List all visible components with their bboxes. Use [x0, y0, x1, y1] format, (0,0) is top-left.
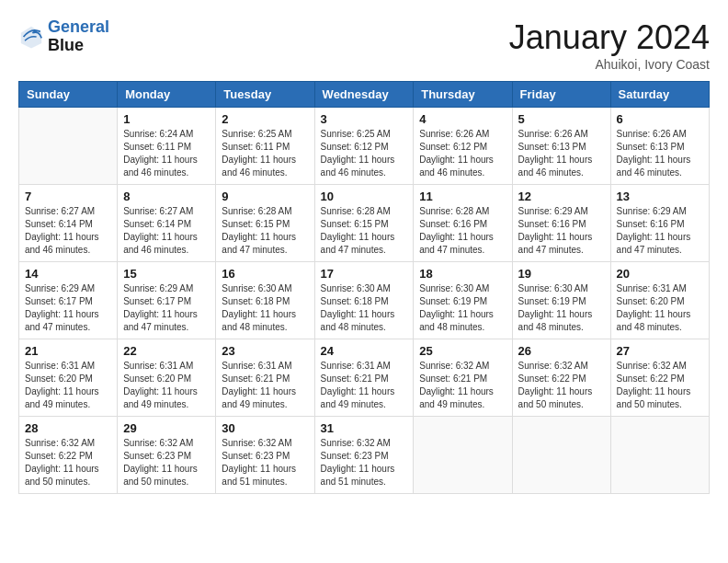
- calendar-cell: 27Sunrise: 6:32 AMSunset: 6:22 PMDayligh…: [610, 339, 709, 417]
- day-number: 7: [25, 190, 111, 203]
- day-info: Sunrise: 6:30 AMSunset: 6:18 PMDaylight:…: [321, 282, 408, 334]
- day-number: 24: [321, 344, 408, 358]
- day-number: 26: [518, 344, 605, 358]
- calendar-cell: 3Sunrise: 6:25 AMSunset: 6:12 PMDaylight…: [314, 108, 414, 185]
- calendar-cell: 21Sunrise: 6:31 AMSunset: 6:20 PMDayligh…: [19, 339, 118, 417]
- week-row-2: 7Sunrise: 6:27 AMSunset: 6:14 PMDaylight…: [19, 185, 710, 262]
- day-number: 1: [123, 112, 210, 126]
- day-info: Sunrise: 6:32 AMSunset: 6:23 PMDaylight:…: [222, 437, 308, 488]
- day-number: 20: [617, 267, 703, 281]
- day-number: 11: [419, 190, 506, 203]
- day-number: 2: [222, 112, 308, 126]
- day-number: 19: [518, 267, 605, 281]
- day-info: Sunrise: 6:26 AMSunset: 6:12 PMDaylight:…: [419, 128, 506, 179]
- calendar-cell: 16Sunrise: 6:30 AMSunset: 6:18 PMDayligh…: [216, 262, 314, 339]
- day-number: 8: [123, 190, 210, 203]
- day-number: 12: [518, 190, 605, 203]
- calendar-cell: [19, 108, 118, 185]
- day-number: 23: [222, 344, 308, 358]
- day-number: 10: [321, 190, 408, 203]
- day-info: Sunrise: 6:31 AMSunset: 6:21 PMDaylight:…: [321, 360, 408, 411]
- day-info: Sunrise: 6:32 AMSunset: 6:22 PMDaylight:…: [617, 360, 703, 411]
- calendar-cell: 20Sunrise: 6:31 AMSunset: 6:20 PMDayligh…: [610, 262, 709, 339]
- day-info: Sunrise: 6:28 AMSunset: 6:16 PMDaylight:…: [419, 205, 506, 257]
- day-info: Sunrise: 6:29 AMSunset: 6:17 PMDaylight:…: [123, 282, 210, 334]
- calendar-cell: 2Sunrise: 6:25 AMSunset: 6:11 PMDaylight…: [216, 108, 314, 185]
- day-info: Sunrise: 6:26 AMSunset: 6:13 PMDaylight:…: [617, 128, 703, 179]
- calendar-cell: 4Sunrise: 6:26 AMSunset: 6:12 PMDaylight…: [414, 108, 512, 185]
- day-info: Sunrise: 6:32 AMSunset: 6:23 PMDaylight:…: [123, 437, 210, 488]
- day-info: Sunrise: 6:32 AMSunset: 6:23 PMDaylight:…: [321, 437, 408, 488]
- calendar-cell: 10Sunrise: 6:28 AMSunset: 6:15 PMDayligh…: [314, 185, 414, 262]
- title-block: January 2024 Ahuikoi, Ivory Coast: [509, 18, 710, 72]
- calendar-cell: [610, 417, 709, 494]
- day-number: 30: [222, 421, 308, 435]
- calendar-cell: 26Sunrise: 6:32 AMSunset: 6:22 PMDayligh…: [512, 339, 610, 417]
- weekday-header-sunday: Sunday: [19, 82, 118, 108]
- logo: General Blue: [18, 18, 109, 55]
- weekday-header-row: SundayMondayTuesdayWednesdayThursdayFrid…: [19, 82, 710, 108]
- calendar-cell: 31Sunrise: 6:32 AMSunset: 6:23 PMDayligh…: [314, 417, 414, 494]
- weekday-header-monday: Monday: [118, 82, 216, 108]
- day-info: Sunrise: 6:25 AMSunset: 6:12 PMDaylight:…: [321, 128, 408, 179]
- day-number: 4: [419, 112, 506, 126]
- calendar-cell: 23Sunrise: 6:31 AMSunset: 6:21 PMDayligh…: [216, 339, 314, 417]
- day-info: Sunrise: 6:24 AMSunset: 6:11 PMDaylight:…: [123, 128, 210, 179]
- day-number: 21: [25, 344, 111, 358]
- calendar-cell: 17Sunrise: 6:30 AMSunset: 6:18 PMDayligh…: [314, 262, 414, 339]
- day-number: 6: [617, 112, 703, 126]
- calendar-cell: 7Sunrise: 6:27 AMSunset: 6:14 PMDaylight…: [19, 185, 118, 262]
- day-number: 25: [419, 344, 506, 358]
- week-row-3: 14Sunrise: 6:29 AMSunset: 6:17 PMDayligh…: [19, 262, 710, 339]
- day-number: 18: [419, 267, 506, 281]
- calendar-cell: 25Sunrise: 6:32 AMSunset: 6:21 PMDayligh…: [414, 339, 512, 417]
- day-info: Sunrise: 6:30 AMSunset: 6:19 PMDaylight:…: [419, 282, 506, 334]
- day-info: Sunrise: 6:31 AMSunset: 6:20 PMDaylight:…: [25, 360, 111, 411]
- day-info: Sunrise: 6:28 AMSunset: 6:15 PMDaylight:…: [321, 205, 408, 257]
- day-info: Sunrise: 6:32 AMSunset: 6:22 PMDaylight:…: [518, 360, 605, 411]
- day-number: 27: [617, 344, 703, 358]
- day-number: 31: [321, 421, 408, 435]
- calendar-cell: 15Sunrise: 6:29 AMSunset: 6:17 PMDayligh…: [118, 262, 216, 339]
- calendar-cell: 30Sunrise: 6:32 AMSunset: 6:23 PMDayligh…: [216, 417, 314, 494]
- day-number: 28: [25, 421, 111, 435]
- logo-text: General Blue: [48, 18, 109, 55]
- calendar-cell: 8Sunrise: 6:27 AMSunset: 6:14 PMDaylight…: [118, 185, 216, 262]
- calendar-cell: 22Sunrise: 6:31 AMSunset: 6:20 PMDayligh…: [118, 339, 216, 417]
- calendar-cell: 12Sunrise: 6:29 AMSunset: 6:16 PMDayligh…: [512, 185, 610, 262]
- day-info: Sunrise: 6:27 AMSunset: 6:14 PMDaylight:…: [25, 205, 111, 257]
- logo-icon: [18, 24, 44, 50]
- day-info: Sunrise: 6:26 AMSunset: 6:13 PMDaylight:…: [518, 128, 605, 179]
- day-number: 9: [222, 190, 308, 203]
- day-number: 22: [123, 344, 210, 358]
- week-row-5: 28Sunrise: 6:32 AMSunset: 6:22 PMDayligh…: [19, 417, 710, 494]
- day-number: 13: [617, 190, 703, 203]
- location: Ahuikoi, Ivory Coast: [509, 57, 710, 72]
- day-info: Sunrise: 6:31 AMSunset: 6:21 PMDaylight:…: [222, 360, 308, 411]
- day-number: 15: [123, 267, 210, 281]
- day-info: Sunrise: 6:32 AMSunset: 6:22 PMDaylight:…: [25, 437, 111, 488]
- weekday-header-wednesday: Wednesday: [314, 82, 414, 108]
- calendar-cell: 13Sunrise: 6:29 AMSunset: 6:16 PMDayligh…: [610, 185, 709, 262]
- day-info: Sunrise: 6:30 AMSunset: 6:18 PMDaylight:…: [222, 282, 308, 334]
- week-row-4: 21Sunrise: 6:31 AMSunset: 6:20 PMDayligh…: [19, 339, 710, 417]
- logo-line2: Blue: [48, 37, 109, 55]
- month-title: January 2024: [509, 18, 710, 57]
- day-info: Sunrise: 6:25 AMSunset: 6:11 PMDaylight:…: [222, 128, 308, 179]
- calendar-cell: 24Sunrise: 6:31 AMSunset: 6:21 PMDayligh…: [314, 339, 414, 417]
- day-number: 29: [123, 421, 210, 435]
- calendar-table: SundayMondayTuesdayWednesdayThursdayFrid…: [18, 81, 710, 494]
- week-row-1: 1Sunrise: 6:24 AMSunset: 6:11 PMDaylight…: [19, 108, 710, 185]
- calendar-cell: [512, 417, 610, 494]
- day-info: Sunrise: 6:32 AMSunset: 6:21 PMDaylight:…: [419, 360, 506, 411]
- weekday-header-friday: Friday: [512, 82, 610, 108]
- calendar-cell: 18Sunrise: 6:30 AMSunset: 6:19 PMDayligh…: [414, 262, 512, 339]
- weekday-header-tuesday: Tuesday: [216, 82, 314, 108]
- calendar-cell: 5Sunrise: 6:26 AMSunset: 6:13 PMDaylight…: [512, 108, 610, 185]
- calendar-cell: 14Sunrise: 6:29 AMSunset: 6:17 PMDayligh…: [19, 262, 118, 339]
- day-info: Sunrise: 6:31 AMSunset: 6:20 PMDaylight:…: [617, 282, 703, 334]
- day-info: Sunrise: 6:29 AMSunset: 6:16 PMDaylight:…: [617, 205, 703, 257]
- calendar-cell: 6Sunrise: 6:26 AMSunset: 6:13 PMDaylight…: [610, 108, 709, 185]
- day-number: 5: [518, 112, 605, 126]
- logo-line1: General: [48, 17, 109, 36]
